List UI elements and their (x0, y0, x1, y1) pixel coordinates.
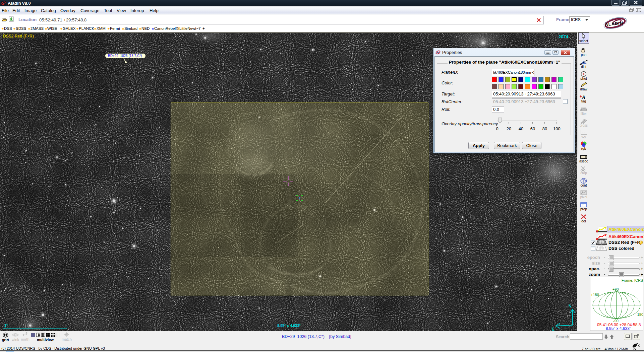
svg-text:N: N (569, 304, 572, 308)
svg-text:DSS2 Red (F+R): DSS2 Red (F+R) (3, 34, 34, 39)
svg-text:A: A (582, 94, 585, 100)
svg-text:8.95° x 4.633°: 8.95° x 4.633° (277, 324, 301, 328)
svg-text:1°: 1° (4, 324, 8, 328)
svg-text:2074: 2074 (559, 34, 569, 39)
svg-text:+180: +180 (591, 293, 599, 297)
svg-text:Frame: ICRS: Frame: ICRS (622, 278, 643, 282)
svg-text:-180: -180 (636, 312, 643, 316)
svg-text:8.95° x 4.633°: 8.95° x 4.633° (606, 326, 631, 331)
svg-text:ALADIN: ALADIN (605, 20, 624, 27)
svg-text:+90: +90 (612, 287, 619, 291)
svg-text:BD+29 1026 (13.7,C*): BD+29 1026 (13.7,C*) (108, 54, 142, 58)
svg-text:E: E (552, 327, 554, 331)
